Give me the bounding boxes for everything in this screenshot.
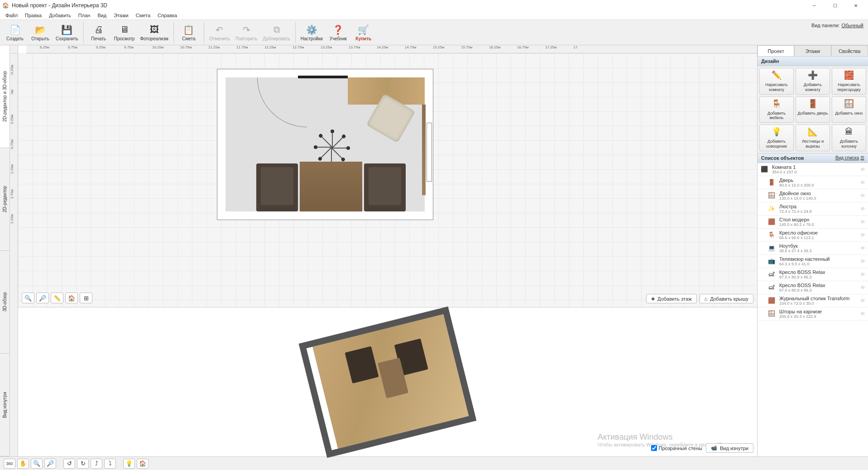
home-3d-button[interactable]: 🏠 bbox=[137, 459, 149, 469]
hand-button[interactable]: ✋ bbox=[17, 459, 29, 469]
left-tab-3[interactable]: Вид изнутри bbox=[0, 354, 10, 456]
visibility-toggle-icon[interactable]: 👁 bbox=[860, 180, 865, 185]
design-btn-Добавить-мебель[interactable]: 🪑Добавить мебель bbox=[759, 96, 794, 123]
left-tab-2[interactable]: 3D-обзор bbox=[0, 251, 10, 354]
tutorial-button[interactable]: ❓Учебник bbox=[326, 21, 350, 44]
visibility-toggle-icon[interactable]: 👁 bbox=[860, 206, 865, 211]
visibility-toggle-icon[interactable]: 👁 bbox=[860, 245, 865, 251]
left-tab-0[interactable]: 2D-редактор и 3D-обзор bbox=[0, 45, 10, 148]
right-tab-Проект[interactable]: Проект bbox=[758, 45, 794, 56]
object-item[interactable]: 🪟Шторы на карнизе200.9 x 20.3 x 222.9👁 bbox=[758, 307, 868, 321]
measure-button[interactable]: 📏 bbox=[51, 293, 63, 303]
visibility-toggle-icon[interactable]: 👁 bbox=[860, 219, 865, 225]
menu-добавить[interactable]: Добавить bbox=[45, 12, 75, 19]
object-item[interactable]: 🛋Кресло BOSS Relax67.0 x 80.9 x 86.3👁 bbox=[758, 268, 868, 281]
design-btn-Нарисовать-комнату[interactable]: ✏️Нарисовать комнату bbox=[759, 68, 794, 95]
canvas-2d-tools-left: 🔍 🔎 📏 🏠 ⊞ bbox=[22, 293, 92, 303]
menu-файл[interactable]: Файл bbox=[2, 12, 21, 19]
rotate-left-button[interactable]: ↺ bbox=[63, 459, 75, 469]
window-object[interactable] bbox=[427, 123, 432, 182]
zoom-in-3d-button[interactable]: 🔎 bbox=[44, 459, 56, 469]
menu-справка[interactable]: Справка bbox=[154, 12, 181, 19]
object-item[interactable]: 🟫Стол модерн145.0 x 60.2 x 78.0👁 bbox=[758, 216, 868, 229]
home-view-button[interactable]: 🏠 bbox=[65, 293, 78, 303]
transparent-walls-toggle[interactable]: Прозрачные стены bbox=[651, 445, 702, 451]
visibility-toggle-icon[interactable]: 👁 bbox=[860, 311, 865, 317]
visibility-toggle-icon[interactable]: 👁 bbox=[860, 298, 865, 303]
canvas-3d-view[interactable]: Активация Windows Чтобы активировать Win… bbox=[18, 307, 757, 456]
redo-button[interactable]: ↷Повторить bbox=[233, 21, 260, 44]
360-button[interactable]: 360 bbox=[4, 459, 15, 469]
add-roof-button[interactable]: ⌂Добавить крышу bbox=[700, 294, 754, 303]
canvas-2d-view[interactable]: 🔍 🔎 📏 🏠 ⊞ ◈Добавить этаж ⌂Добавить крышу bbox=[18, 53, 757, 307]
object-item[interactable]: 🟫Журнальный столик Transform104.0 x 72.0… bbox=[758, 294, 868, 307]
chandelier-object[interactable] bbox=[314, 129, 350, 166]
left-tab-1[interactable]: 2D-редактор bbox=[0, 148, 10, 251]
buy-button[interactable]: 🛒Купить bbox=[351, 21, 376, 44]
design-btn-Добавить-комнату[interactable]: ➕Добавить комнату bbox=[796, 68, 830, 95]
zoom-out-button[interactable]: 🔍 bbox=[22, 293, 34, 303]
room-floorplan[interactable] bbox=[217, 69, 433, 220]
visibility-toggle-icon[interactable]: 👁 bbox=[860, 259, 865, 264]
maximize-button[interactable]: ☐ bbox=[825, 0, 845, 11]
visibility-toggle-icon[interactable]: 👁 bbox=[860, 232, 865, 238]
object-item[interactable]: 🪟Двойное окно130.0 x 15.0 x 140.0👁 bbox=[758, 189, 868, 202]
right-tab-Свойства[interactable]: Свойства bbox=[831, 45, 868, 56]
view-inside-button[interactable]: 📹Вид изнутри bbox=[706, 443, 753, 453]
view-button[interactable]: 🖥Просмотр bbox=[112, 21, 137, 44]
design-btn-icon: 🪑 bbox=[771, 99, 782, 110]
duplicate-button[interactable]: ⧉Дублировать bbox=[260, 21, 292, 44]
visibility-toggle-icon[interactable]: 👁 bbox=[860, 167, 865, 172]
create-button[interactable]: 📄Создать bbox=[3, 21, 27, 44]
visibility-toggle-icon[interactable]: 👁 bbox=[860, 272, 865, 277]
tilt-up-button[interactable]: ⤴ bbox=[91, 459, 102, 469]
close-button[interactable]: ✕ bbox=[845, 0, 866, 11]
menu-план[interactable]: План bbox=[75, 12, 94, 19]
zoom-in-button[interactable]: 🔎 bbox=[36, 293, 49, 303]
undo-button[interactable]: ↶Отменить bbox=[207, 21, 232, 44]
menu-смета[interactable]: Смета bbox=[132, 12, 154, 19]
list-view-link[interactable]: Вид списка☰ bbox=[835, 155, 864, 160]
add-floor-button[interactable]: ◈Добавить этаж bbox=[646, 294, 696, 303]
design-tools-grid: ✏️Нарисовать комнату➕Добавить комнату🧱На… bbox=[758, 66, 868, 153]
design-btn-Нарисовать-перегородку[interactable]: 🧱Нарисовать перегородку bbox=[832, 68, 866, 95]
shelf-object[interactable] bbox=[422, 105, 426, 195]
object-item[interactable]: 🪑Кресло офисное66.6 x 66.6 x 113.1👁 bbox=[758, 229, 868, 242]
object-item[interactable]: ✨Люстра72.4 x 72.4 x 24.8👁 bbox=[758, 202, 868, 216]
design-btn-Добавить-колонну[interactable]: 🏛Добавить колонну bbox=[832, 125, 866, 151]
menu-этажи[interactable]: Этажи bbox=[110, 12, 132, 19]
coffee-table-object[interactable] bbox=[300, 162, 362, 211]
object-item[interactable]: 🚪Дверь80.0 x 15.0 x 200.0👁 bbox=[758, 176, 868, 189]
object-item[interactable]: 💻Ноутбук38.6 x 27.4 x 26.3👁 bbox=[758, 242, 868, 255]
right-tab-Этажи[interactable]: Этажи bbox=[794, 45, 831, 56]
object-item[interactable]: 🛋Кресло BOSS Relax67.0 x 80.9 x 86.3👁 bbox=[758, 281, 868, 294]
design-btn-Добавить-дверь[interactable]: 🚪Добавить дверь bbox=[796, 96, 830, 123]
minimize-button[interactable]: ─ bbox=[804, 0, 825, 11]
armchair1-object[interactable] bbox=[256, 163, 298, 211]
zoom-out-3d-button[interactable]: 🔍 bbox=[31, 459, 43, 469]
object-item[interactable]: 📺Телевизор настенный64.3 x 5.5 x 41.0👁 bbox=[758, 255, 868, 268]
print-button[interactable]: 🖨Печать bbox=[86, 21, 111, 44]
design-btn-Добавить-освещение[interactable]: 💡Добавить освещение bbox=[759, 125, 794, 151]
open-button[interactable]: 📂Открыть bbox=[28, 21, 53, 44]
design-btn-Добавить-окно[interactable]: 🪟Добавить окно bbox=[832, 96, 866, 123]
tilt-down-button[interactable]: ⤵ bbox=[104, 459, 116, 469]
rotate-right-button[interactable]: ↻ bbox=[77, 459, 89, 469]
design-header: Дизайн bbox=[758, 56, 868, 66]
settings-button[interactable]: ⚙️Настройки bbox=[298, 21, 325, 44]
door-arc[interactable] bbox=[257, 77, 307, 127]
menu-правка[interactable]: Правка bbox=[21, 12, 45, 19]
grid-button[interactable]: ⊞ bbox=[80, 293, 92, 303]
save-button[interactable]: 💾Сохранить bbox=[53, 21, 81, 44]
object-item[interactable]: ⬛Комната 1354.0 x 237.0👁 bbox=[758, 163, 868, 176]
view-panel-link[interactable]: Обычный bbox=[841, 23, 863, 28]
design-btn-Лестницы-и-вырезы[interactable]: 📐Лестницы и вырезы bbox=[796, 125, 830, 151]
armchair2-object[interactable] bbox=[364, 163, 406, 211]
room-3d-preview[interactable] bbox=[299, 306, 477, 458]
light-button[interactable]: 💡 bbox=[123, 459, 135, 469]
menu-вид[interactable]: Вид bbox=[94, 12, 110, 19]
visibility-toggle-icon[interactable]: 👁 bbox=[860, 285, 865, 290]
estimate-button[interactable]: 📋Смета bbox=[177, 21, 201, 44]
photorealism-button[interactable]: 🖼Фотореализм bbox=[138, 21, 171, 44]
visibility-toggle-icon[interactable]: 👁 bbox=[860, 193, 865, 198]
